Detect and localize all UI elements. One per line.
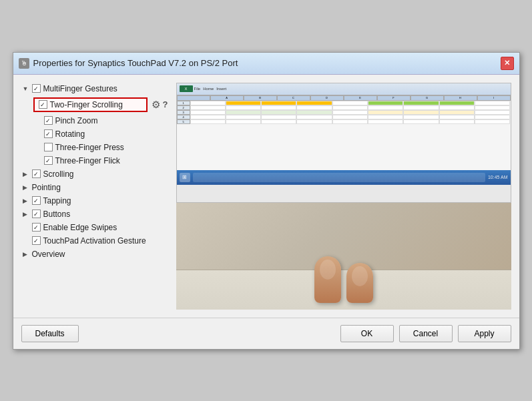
left-panel: ▼ MultiFinger Gestures Two-Finger Scroll… bbox=[21, 83, 168, 310]
excel-icon: X bbox=[180, 85, 193, 92]
label-scrolling: Scrolling bbox=[43, 169, 74, 179]
tree-item-activation[interactable]: ▶ TouchPad Activation Gesture bbox=[21, 235, 168, 247]
action-buttons: OK Cancel Apply bbox=[340, 325, 511, 342]
checkbox-two-finger[interactable] bbox=[39, 100, 47, 109]
content-area: ▼ MultiFinger Gestures Two-Finger Scroll… bbox=[13, 75, 519, 318]
bottom-bar: Defaults OK Cancel Apply bbox=[13, 318, 519, 349]
tree-item-buttons[interactable]: ▶ Buttons bbox=[21, 208, 168, 220]
preview-area: X File Home Insert A B C D bbox=[176, 83, 511, 203]
tree-item-pinch-zoom[interactable]: Pinch Zoom bbox=[21, 115, 168, 127]
app-icon: 🖱 bbox=[19, 58, 29, 69]
checkbox-multifinger[interactable] bbox=[32, 84, 41, 93]
taskbar-area bbox=[193, 173, 485, 182]
help-icon[interactable]: ? bbox=[163, 99, 168, 109]
expand-icon-multifinger: ▼ bbox=[23, 85, 29, 92]
label-two-finger: Two-Finger Scrolling bbox=[50, 100, 123, 109]
label-edge-swipes: Enable Edge Swipes bbox=[43, 223, 117, 232]
clock: 10:45 AM bbox=[488, 175, 508, 179]
excel-data-rows: 1 2 bbox=[177, 101, 511, 124]
right-panel: X File Home Insert A B C D bbox=[176, 83, 511, 310]
menu-insert: Insert bbox=[216, 87, 226, 91]
title-bar-left: 🖱 Properties for Synaptics TouchPad V7.2… bbox=[19, 58, 238, 69]
close-button[interactable]: ✕ bbox=[501, 57, 514, 70]
tree-item-overview[interactable]: ▶ Overview bbox=[21, 248, 168, 260]
checkbox-scrolling[interactable] bbox=[32, 169, 41, 178]
label-pinch-zoom: Pinch Zoom bbox=[55, 116, 98, 125]
checkbox-three-finger-flick[interactable] bbox=[44, 156, 53, 165]
finger-1 bbox=[314, 256, 341, 303]
tree-item-edge-swipes[interactable]: ▶ Enable Edge Swipes bbox=[21, 222, 168, 234]
label-activation: TouchPad Activation Gesture bbox=[43, 236, 146, 246]
taskbar-preview: ⊞ 10:45 AM bbox=[177, 170, 511, 185]
touchpad-preview bbox=[176, 203, 511, 310]
label-pointing: Pointing bbox=[32, 183, 61, 192]
label-buttons: Buttons bbox=[43, 210, 71, 219]
tree-item-pointing[interactable]: ▶ Pointing bbox=[21, 181, 168, 193]
tree-item-rotating[interactable]: Rotating bbox=[21, 128, 168, 140]
label-three-finger-press: Three-Finger Press bbox=[55, 143, 124, 152]
checkbox-edge-swipes[interactable] bbox=[32, 223, 41, 232]
window-title: Properties for Synaptics TouchPad V7.2 o… bbox=[33, 58, 238, 68]
checkbox-rotating[interactable] bbox=[44, 129, 53, 138]
tree-item-three-finger-press[interactable]: Three-Finger Press bbox=[21, 141, 168, 153]
expand-icon-scrolling: ▶ bbox=[23, 171, 29, 177]
label-multifinger: MultiFinger Gestures bbox=[43, 84, 117, 93]
finger-2 bbox=[346, 263, 373, 303]
expand-icon-buttons: ▶ bbox=[23, 211, 29, 218]
label-overview: Overview bbox=[32, 250, 65, 259]
menu-file: File bbox=[194, 87, 201, 91]
main-window: 🖱 Properties for Synaptics TouchPad V7.2… bbox=[13, 52, 520, 350]
cancel-button[interactable]: Cancel bbox=[399, 325, 453, 342]
tree-item-scrolling[interactable]: ▶ Scrolling bbox=[21, 168, 168, 180]
excel-menu: File Home Insert bbox=[194, 87, 508, 91]
expand-icon-tapping: ▶ bbox=[23, 197, 29, 204]
expand-icon-overview: ▶ bbox=[23, 251, 29, 258]
tree-item-three-finger-flick[interactable]: Three-Finger Flick bbox=[21, 155, 168, 167]
title-bar: 🖱 Properties for Synaptics TouchPad V7.2… bbox=[13, 53, 519, 75]
label-rotating: Rotating bbox=[55, 129, 85, 139]
label-tapping: Tapping bbox=[43, 196, 71, 206]
excel-grid: A B C D E F G H I bbox=[177, 95, 511, 101]
apply-button[interactable]: Apply bbox=[458, 325, 511, 342]
tree-item-tapping[interactable]: ▶ Tapping bbox=[21, 195, 168, 207]
start-btn: ⊞ bbox=[180, 173, 190, 182]
touchpad-surface bbox=[176, 270, 511, 310]
checkbox-three-finger-press[interactable] bbox=[44, 143, 53, 151]
checkbox-pinch-zoom[interactable] bbox=[44, 116, 53, 125]
checkbox-activation[interactable] bbox=[32, 236, 41, 245]
label-three-finger-flick: Three-Finger Flick bbox=[55, 156, 120, 165]
expand-icon-pointing: ▶ bbox=[23, 184, 29, 191]
menu-home: Home bbox=[203, 87, 214, 91]
tree-item-two-finger-scrolling[interactable]: Two-Finger Scrolling bbox=[33, 97, 148, 112]
defaults-button[interactable]: Defaults bbox=[21, 325, 79, 342]
checkbox-tapping[interactable] bbox=[32, 196, 41, 205]
ok-button[interactable]: OK bbox=[340, 325, 394, 342]
tree-item-multifinger[interactable]: ▼ MultiFinger Gestures bbox=[21, 83, 168, 95]
excel-preview: X File Home Insert A B C D bbox=[177, 83, 511, 170]
excel-toolbar: X File Home Insert bbox=[177, 83, 511, 95]
checkbox-buttons[interactable] bbox=[32, 210, 41, 218]
gear-icon[interactable]: ⚙ bbox=[152, 99, 160, 111]
